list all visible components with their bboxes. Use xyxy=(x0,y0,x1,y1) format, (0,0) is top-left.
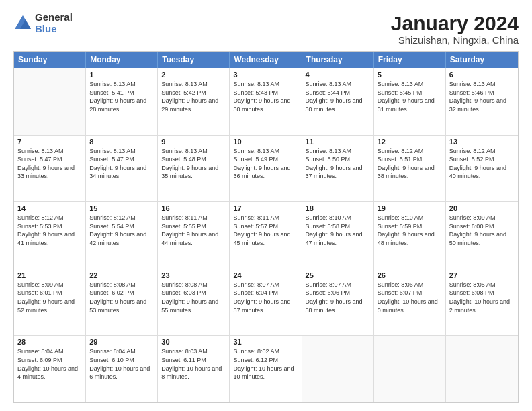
calendar-cell-4-3: 23Sunrise: 8:08 AMSunset: 6:03 PMDayligh… xyxy=(158,269,230,336)
day-info: Sunrise: 8:05 AMSunset: 6:08 PMDaylight:… xyxy=(449,281,515,314)
day-info: Sunrise: 8:13 AMSunset: 5:48 PMDaylight:… xyxy=(161,147,226,181)
day-info: Sunrise: 8:04 AMSunset: 6:10 PMDaylight:… xyxy=(89,347,154,381)
logo-text: General Blue xyxy=(35,12,73,34)
day-number: 30 xyxy=(161,338,226,346)
day-number: 31 xyxy=(233,338,298,346)
calendar-cell-4-1: 21Sunrise: 8:09 AMSunset: 6:01 PMDayligh… xyxy=(14,269,86,336)
day-number: 1 xyxy=(89,71,154,79)
day-info: Sunrise: 8:13 AMSunset: 5:47 PMDaylight:… xyxy=(89,147,154,181)
day-number: 4 xyxy=(306,71,370,79)
calendar-cell-5-2: 29Sunrise: 8:04 AMSunset: 6:10 PMDayligh… xyxy=(86,336,158,402)
day-number: 9 xyxy=(161,138,226,146)
calendar-cell-1-2: 1Sunrise: 8:13 AMSunset: 5:41 PMDaylight… xyxy=(86,68,158,135)
day-info: Sunrise: 8:13 AMSunset: 5:47 PMDaylight:… xyxy=(17,147,82,181)
calendar-cell-1-6: 5Sunrise: 8:13 AMSunset: 5:45 PMDaylight… xyxy=(374,68,446,135)
day-number: 29 xyxy=(89,338,154,346)
day-number: 24 xyxy=(233,271,298,279)
calendar-cell-2-1: 7Sunrise: 8:13 AMSunset: 5:47 PMDaylight… xyxy=(14,136,86,202)
calendar-week-5: 28Sunrise: 8:04 AMSunset: 6:09 PMDayligh… xyxy=(14,335,518,402)
calendar-cell-4-2: 22Sunrise: 8:08 AMSunset: 6:02 PMDayligh… xyxy=(86,269,158,336)
day-number: 22 xyxy=(89,271,154,279)
day-number: 17 xyxy=(233,204,298,212)
day-info: Sunrise: 8:07 AMSunset: 6:04 PMDaylight:… xyxy=(233,281,298,314)
logo: General Blue xyxy=(13,12,73,34)
day-info: Sunrise: 8:12 AMSunset: 5:52 PMDaylight:… xyxy=(449,147,515,181)
calendar-header-row: Sunday Monday Tuesday Wednesday Thursday… xyxy=(14,52,518,68)
calendar-cell-2-4: 10Sunrise: 8:13 AMSunset: 5:49 PMDayligh… xyxy=(230,136,302,202)
calendar-cell-5-6 xyxy=(374,336,446,402)
calendar-week-2: 7Sunrise: 8:13 AMSunset: 5:47 PMDaylight… xyxy=(14,135,518,202)
day-number: 14 xyxy=(17,204,82,212)
day-info: Sunrise: 8:03 AMSunset: 6:11 PMDaylight:… xyxy=(161,347,226,381)
day-info: Sunrise: 8:08 AMSunset: 6:03 PMDaylight:… xyxy=(161,281,226,314)
day-info: Sunrise: 8:13 AMSunset: 5:46 PMDaylight:… xyxy=(449,80,515,113)
day-number: 25 xyxy=(306,271,370,279)
day-number: 12 xyxy=(378,138,442,146)
day-info: Sunrise: 8:04 AMSunset: 6:09 PMDaylight:… xyxy=(17,347,82,381)
logo-blue-label: Blue xyxy=(35,24,73,35)
calendar-week-4: 21Sunrise: 8:09 AMSunset: 6:01 PMDayligh… xyxy=(14,269,518,336)
calendar-cell-5-7 xyxy=(446,336,518,402)
day-info: Sunrise: 8:13 AMSunset: 5:41 PMDaylight:… xyxy=(89,80,154,113)
day-number: 10 xyxy=(233,138,298,146)
header-wednesday: Wednesday xyxy=(230,52,302,68)
calendar-week-1: 1Sunrise: 8:13 AMSunset: 5:41 PMDaylight… xyxy=(14,68,518,135)
calendar-cell-5-5 xyxy=(302,336,374,402)
day-number: 19 xyxy=(378,204,442,212)
day-number: 3 xyxy=(233,71,298,79)
day-number: 26 xyxy=(378,271,442,279)
day-number: 6 xyxy=(449,71,515,79)
calendar-cell-1-7: 6Sunrise: 8:13 AMSunset: 5:46 PMDaylight… xyxy=(446,68,518,135)
header-tuesday: Tuesday xyxy=(158,52,230,68)
day-number: 20 xyxy=(449,204,515,212)
day-number: 8 xyxy=(89,138,154,146)
page: General Blue January 2024 Shizuishan, Ni… xyxy=(0,0,532,411)
page-subtitle: Shizuishan, Ningxia, China xyxy=(391,34,519,46)
calendar-cell-2-3: 9Sunrise: 8:13 AMSunset: 5:48 PMDaylight… xyxy=(158,136,230,202)
day-number: 18 xyxy=(306,204,370,212)
calendar-week-3: 14Sunrise: 8:12 AMSunset: 5:53 PMDayligh… xyxy=(14,201,518,269)
logo-icon xyxy=(13,14,32,33)
day-info: Sunrise: 8:13 AMSunset: 5:43 PMDaylight:… xyxy=(233,80,298,113)
day-number: 15 xyxy=(89,204,154,212)
day-info: Sunrise: 8:08 AMSunset: 6:02 PMDaylight:… xyxy=(89,281,154,314)
calendar-cell-4-4: 24Sunrise: 8:07 AMSunset: 6:04 PMDayligh… xyxy=(230,269,302,336)
calendar-cell-1-1 xyxy=(14,68,86,135)
calendar-cell-3-7: 20Sunrise: 8:09 AMSunset: 6:00 PMDayligh… xyxy=(446,202,518,269)
calendar-cell-2-2: 8Sunrise: 8:13 AMSunset: 5:47 PMDaylight… xyxy=(86,136,158,202)
day-number: 7 xyxy=(17,138,82,146)
header-thursday: Thursday xyxy=(302,52,374,68)
header-friday: Friday xyxy=(374,52,446,68)
calendar-body: 1Sunrise: 8:13 AMSunset: 5:41 PMDaylight… xyxy=(14,68,518,402)
day-info: Sunrise: 8:07 AMSunset: 6:06 PMDaylight:… xyxy=(306,281,370,314)
day-info: Sunrise: 8:13 AMSunset: 5:45 PMDaylight:… xyxy=(378,80,442,113)
day-info: Sunrise: 8:10 AMSunset: 5:58 PMDaylight:… xyxy=(306,214,370,247)
header-monday: Monday xyxy=(86,52,158,68)
day-info: Sunrise: 8:12 AMSunset: 5:51 PMDaylight:… xyxy=(378,147,442,181)
page-title: January 2024 xyxy=(391,12,519,34)
day-info: Sunrise: 8:13 AMSunset: 5:42 PMDaylight:… xyxy=(161,80,226,113)
calendar: Sunday Monday Tuesday Wednesday Thursday… xyxy=(13,51,519,403)
calendar-cell-3-5: 18Sunrise: 8:10 AMSunset: 5:58 PMDayligh… xyxy=(302,202,374,269)
day-info: Sunrise: 8:09 AMSunset: 6:01 PMDaylight:… xyxy=(17,281,82,314)
calendar-cell-1-4: 3Sunrise: 8:13 AMSunset: 5:43 PMDaylight… xyxy=(230,68,302,135)
day-number: 16 xyxy=(161,204,226,212)
calendar-cell-2-7: 13Sunrise: 8:12 AMSunset: 5:52 PMDayligh… xyxy=(446,136,518,202)
day-info: Sunrise: 8:13 AMSunset: 5:50 PMDaylight:… xyxy=(306,147,370,181)
day-info: Sunrise: 8:13 AMSunset: 5:44 PMDaylight:… xyxy=(306,80,370,113)
calendar-cell-5-1: 28Sunrise: 8:04 AMSunset: 6:09 PMDayligh… xyxy=(14,336,86,402)
header-sunday: Sunday xyxy=(14,52,86,68)
calendar-cell-4-5: 25Sunrise: 8:07 AMSunset: 6:06 PMDayligh… xyxy=(302,269,374,336)
day-info: Sunrise: 8:06 AMSunset: 6:07 PMDaylight:… xyxy=(378,281,442,314)
calendar-cell-4-7: 27Sunrise: 8:05 AMSunset: 6:08 PMDayligh… xyxy=(446,269,518,336)
calendar-cell-1-3: 2Sunrise: 8:13 AMSunset: 5:42 PMDaylight… xyxy=(158,68,230,135)
calendar-cell-2-5: 11Sunrise: 8:13 AMSunset: 5:50 PMDayligh… xyxy=(302,136,374,202)
calendar-cell-3-3: 16Sunrise: 8:11 AMSunset: 5:55 PMDayligh… xyxy=(158,202,230,269)
calendar-cell-1-5: 4Sunrise: 8:13 AMSunset: 5:44 PMDaylight… xyxy=(302,68,374,135)
calendar-cell-3-2: 15Sunrise: 8:12 AMSunset: 5:54 PMDayligh… xyxy=(86,202,158,269)
day-info: Sunrise: 8:10 AMSunset: 5:59 PMDaylight:… xyxy=(378,214,442,247)
calendar-cell-3-6: 19Sunrise: 8:10 AMSunset: 5:59 PMDayligh… xyxy=(374,202,446,269)
calendar-cell-5-3: 30Sunrise: 8:03 AMSunset: 6:11 PMDayligh… xyxy=(158,336,230,402)
day-number: 5 xyxy=(378,71,442,79)
day-number: 23 xyxy=(161,271,226,279)
